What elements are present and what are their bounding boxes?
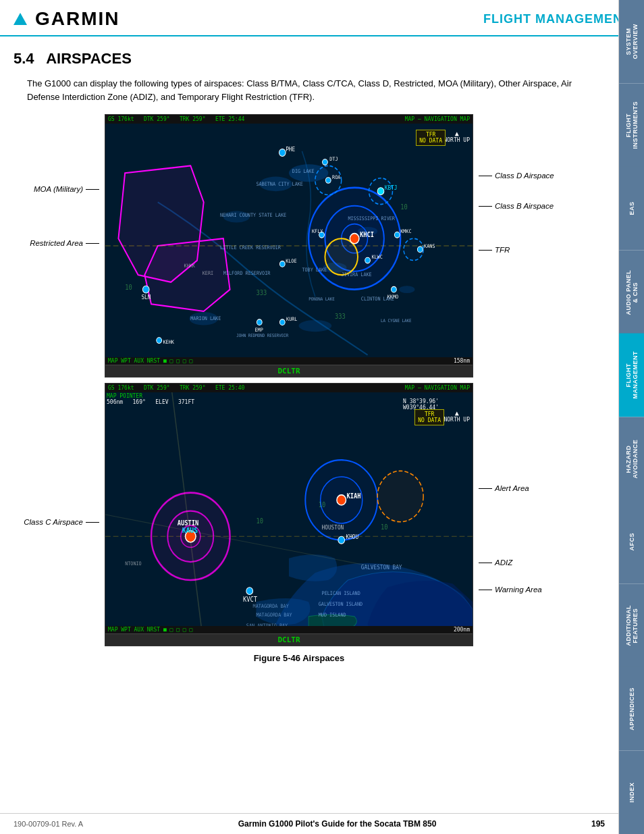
map2-header-bar: GS 176kt DTK 259° TRK 259° ETE 25:40 MAP… [105,384,473,392]
svg-text:KBTJ: KBTJ [385,184,398,192]
svg-point-30 [394,232,400,238]
svg-text:NEHARI COUNTY STATE LAKE: NEHARI COUNTY STATE LAKE [220,212,286,218]
svg-text:10: 10 [381,523,388,531]
svg-text:TOBY LAKE: TOBY LAKE [302,266,327,272]
svg-point-34 [279,261,285,267]
footer-document-title: Garmin G1000 Pilot's Guide for the Socat… [238,819,437,829]
sidebar-tab-audio-panel[interactable]: AUDIO PANEL& CNS [619,251,644,334]
svg-point-18 [323,159,328,165]
sidebar-tab-appendices[interactable]: APPENDICES [619,667,644,751]
map1-map-type: MAP – NAVIGATION MAP [405,116,470,122]
sidebar-tab-flight-instruments[interactable]: FLIGHTINSTRUMENTS [619,84,644,167]
svg-text:KEHK: KEHK [163,339,174,345]
sidebar-tab-hazard-avoidance[interactable]: HAZARDAVOIDANCE [619,417,644,501]
map1-dcltr-button[interactable]: DCLTR [105,365,473,377]
map2-tfr-box: TFRNO DATA [414,409,444,425]
svg-text:KANS: KANS [424,243,435,249]
map1-row: MOA (Military) Restricted Area GS 176kt … [14,114,585,377]
svg-text:10: 10 [319,501,326,509]
garmin-logo: GARMIN [14,8,120,30]
svg-point-80 [338,536,345,544]
alert-area-label: Alert Area [479,484,529,492]
map1-map-controls: MAP WPT AUX NRST ■ □ □ □ □ [108,358,192,364]
svg-point-70 [377,471,423,521]
adiz-label: ADIZ [479,558,512,567]
figure-caption: Figure 5-46 Airspaces [14,653,585,663]
svg-text:HOUSTON: HOUSTON [322,523,344,531]
map1-header-bar: GS 176kt DTK 259° TRK 259° ETE 25:44 MAP… [105,115,473,124]
map2-map-type: MAP – NAVIGATION MAP [405,385,470,391]
map2-map-controls: MAP WPT AUX NRST ■ □ □ □ □ [108,627,192,633]
sidebar-tab-hazard-label: HAZARDAVOIDANCE [625,439,639,478]
sidebar-tab-eas-label: EAS [628,202,635,215]
sidebar-tab-appendices-label: APPENDICES [628,687,635,731]
sidebar-tab-afcs[interactable]: AFCS [619,500,644,584]
sidebar-tab-flight-inst-label: FLIGHTINSTRUMENTS [625,101,639,149]
svg-text:JOHN REDMOND RESERVOIR: JOHN REDMOND RESERVOIR [236,332,288,337]
map2-dcltr-button[interactable]: DCLTR [105,633,473,646]
map2-left-labels: Class C Airspace [14,383,105,646]
svg-text:10: 10 [256,517,263,525]
main-content: 5.4 AIRSPACES The G1000 can display the … [0,36,618,683]
sidebar-tab-additional-features[interactable]: ADDITIONALFEATURES [619,584,644,668]
svg-text:MUD ISLAND: MUD ISLAND [319,612,346,618]
svg-text:LITTLE CREEK RESERVOIR: LITTLE CREEK RESERVOIR [220,244,281,251]
map1-header-text: GS 176kt DTK 259° TRK 259° ETE 25:44 [108,116,244,122]
svg-text:MATAGORDA BAY: MATAGORDA BAY [256,612,292,618]
section-number: 5.4 [14,50,34,67]
svg-text:KHKK: KHKK [184,263,196,269]
class-d-airspace-label: Class D Airspace [479,172,554,180]
svg-point-44 [279,319,285,325]
svg-text:KHCI: KHCI [360,231,374,239]
page-footer: 190-00709-01 Rev. A Garmin G1000 Pilot's… [0,813,618,834]
map2-bottom-bar: MAP WPT AUX NRST ■ □ □ □ □ 200nm DCLTR [105,626,473,646]
tfr-label: TFR [479,246,510,254]
svg-text:NTONIO: NTONIO [125,561,142,567]
sidebar-tab-eas[interactable]: EAS [619,167,644,251]
class-b-airspace-label: Class B Airspace [479,202,554,210]
map1-bottom-bar: MAP WPT AUX NRST ■ □ □ □ □ 158nm DCLTR [105,357,473,377]
map2-pointer-info: MAP POINTER 506nm 169° ELEV 371FT [107,393,194,405]
svg-text:DTJ: DTJ [329,156,338,162]
section-header-title: FLIGHT MANAGEMENT [483,12,630,26]
svg-point-40 [157,338,162,344]
sidebar-tab-index[interactable]: INDEX [619,751,644,835]
svg-text:MISSISSIPPI RIVER: MISSISSIPPI RIVER [348,215,395,221]
sidebar-tab-flight-management[interactable]: FLIGHTMANAGEMENT [619,334,644,417]
svg-text:DIG LAKE: DIG LAKE [292,168,315,174]
sidebar-tab-afcs-label: AFCS [628,533,635,552]
sidebar-tab-flight-mgmt-label: FLIGHTMANAGEMENT [625,352,639,400]
svg-text:333: 333 [335,312,346,320]
svg-text:10: 10 [400,203,408,211]
svg-point-16 [279,149,286,157]
svg-text:KIAH: KIAH [346,492,360,500]
sidebar-tab-system-overview[interactable]: SYSTEMOVERVIEW [619,0,644,84]
warning-area-label: Warning Area [479,585,542,594]
svg-text:MATAGORDA BAY: MATAGORDA BAY [253,603,290,609]
svg-point-42 [257,319,262,325]
svg-point-36 [392,286,397,292]
svg-text:SLN: SLN [141,293,151,301]
svg-point-20 [325,178,331,184]
map1-scale: 158nm [454,358,470,364]
map1-svg: PHE DTJ ROA KBTJ KHCI KFLY [105,115,473,377]
svg-point-77 [337,495,346,505]
svg-text:333: 333 [256,289,267,297]
map2-row: Class C Airspace GS 176kt DTK 259° TRK 2… [14,383,585,646]
svg-point-32 [417,246,423,253]
map1-north-indicator: ▲ NORTH UP [444,130,470,143]
footer-document-id: 190-00709-01 Rev. A [14,820,83,828]
map1-right-labels: Class D Airspace Class B Airspace TFR [473,114,585,377]
svg-text:10: 10 [125,283,132,291]
section-name: AIRSPACES [46,50,132,67]
map1-left-labels: MOA (Military) Restricted Area [14,114,105,377]
garmin-wordmark: GARMIN [35,8,120,30]
svg-point-24 [350,234,359,244]
svg-text:GALVESTON BAY: GALVESTON BAY [361,563,402,571]
svg-text:LA CYGNE LAKE: LA CYGNE LAKE [381,318,412,323]
svg-point-82 [246,588,253,595]
map2-container: GS 176kt DTK 259° TRK 259° ETE 25:40 MAP… [105,383,473,646]
svg-point-14 [325,238,358,275]
sidebar-tab-index-label: INDEX [628,782,635,802]
map2-right-labels: Alert Area ADIZ Warning Area [473,383,585,646]
